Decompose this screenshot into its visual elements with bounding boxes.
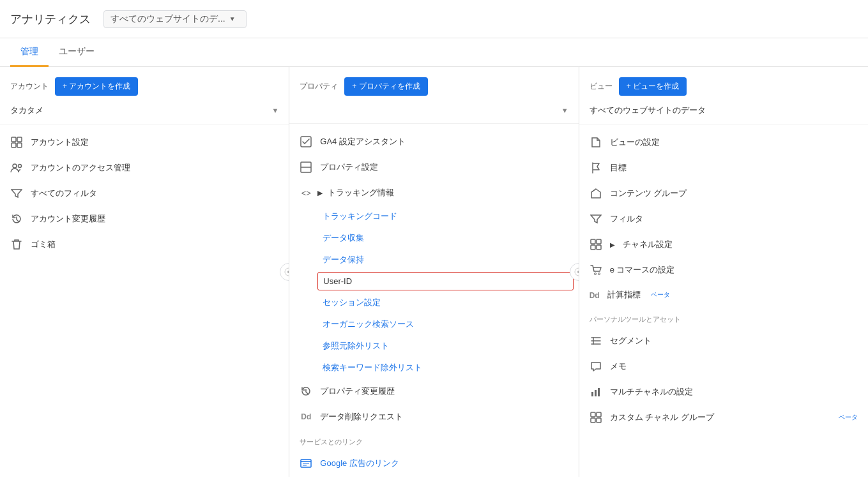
google-ads-icon bbox=[300, 457, 312, 470]
svg-rect-2 bbox=[11, 143, 16, 147]
account-selector-label: すべてのウェブサイトのデ... bbox=[110, 13, 225, 25]
all-filters-item[interactable]: すべてのフィルタ bbox=[0, 181, 289, 206]
account-access-label: アカウントのアクセス管理 bbox=[31, 162, 278, 174]
property-settings-item[interactable]: プロパティ設定 bbox=[289, 154, 578, 180]
property-settings-label: プロパティ設定 bbox=[320, 161, 568, 173]
view-settings-label: ビューの設定 bbox=[610, 137, 858, 148]
tracking-info-item[interactable]: <> ▶ トラッキング情報 bbox=[289, 180, 578, 206]
data-delete-item[interactable]: Dd データ削除リクエスト bbox=[289, 404, 578, 430]
svg-rect-20 bbox=[591, 245, 595, 250]
create-view-button[interactable]: + ビューを作成 bbox=[619, 77, 687, 96]
channel-settings-icon bbox=[590, 238, 602, 251]
property-header-label: プロパティ bbox=[300, 81, 338, 92]
svg-point-5 bbox=[19, 165, 22, 168]
custom-channel-item[interactable]: カスタム チャネル グループ ベータ bbox=[579, 405, 868, 430]
content-groups-icon bbox=[590, 187, 602, 200]
service-section-label: サービスとのリンク bbox=[289, 430, 578, 451]
calc-metric-label: 計算指標 bbox=[607, 289, 641, 301]
svg-rect-32 bbox=[597, 412, 601, 417]
data-retention-item[interactable]: データ保持 bbox=[289, 249, 578, 271]
property-selector-row[interactable]: ▼ bbox=[289, 101, 578, 124]
content-groups-item[interactable]: コンテンツ グループ bbox=[579, 181, 868, 206]
tracking-code-item[interactable]: トラッキングコード bbox=[289, 206, 578, 227]
tab-user[interactable]: ユーザー bbox=[49, 38, 105, 67]
view-filters-label: フィルタ bbox=[610, 213, 858, 225]
keyword-exclude-item[interactable]: 検索キーワード除外リスト bbox=[289, 357, 578, 379]
account-column: アカウント + アカウントを作成 タカタメ ▼ アカウント設定 bbox=[0, 67, 289, 477]
channel-settings-label: チャネル設定 bbox=[623, 239, 858, 250]
account-selector[interactable]: すべてのウェブサイトのデ... ▼ bbox=[103, 10, 247, 28]
channel-settings-item[interactable]: ▶ チャネル設定 bbox=[579, 232, 868, 257]
ga4-setup-item[interactable]: GA4 設定アシスタント bbox=[289, 129, 578, 154]
memo-label: メモ bbox=[610, 361, 858, 372]
google-ads-link-item[interactable]: Google 広告のリンク bbox=[289, 451, 578, 476]
trash-icon bbox=[10, 238, 23, 251]
property-history-label: プロパティ変更履歴 bbox=[320, 386, 568, 397]
organic-search-item[interactable]: オーガニック検索ソース bbox=[289, 313, 578, 335]
svg-rect-28 bbox=[591, 392, 593, 396]
svg-point-22 bbox=[594, 273, 596, 275]
view-name: すべてのウェブサイトのデータ bbox=[590, 105, 858, 116]
svg-rect-1 bbox=[17, 137, 22, 142]
account-col-connector bbox=[280, 263, 289, 281]
view-settings-item[interactable]: ビューの設定 bbox=[579, 130, 868, 155]
svg-point-4 bbox=[13, 164, 17, 168]
google-ads-link-label: Google 広告のリンク bbox=[320, 458, 399, 469]
ecommerce-item[interactable]: e コマースの設定 bbox=[579, 257, 868, 283]
svg-rect-21 bbox=[597, 245, 601, 250]
view-settings-icon bbox=[590, 136, 602, 149]
trash-item[interactable]: ゴミ箱 bbox=[0, 232, 289, 257]
calc-metric-beta: ベータ bbox=[651, 290, 670, 299]
goals-item[interactable]: 目標 bbox=[579, 155, 868, 181]
account-dropdown-arrow: ▼ bbox=[229, 15, 236, 22]
calc-metric-icon: Dd bbox=[590, 290, 600, 300]
property-col-header: プロパティ + プロパティを作成 bbox=[289, 77, 578, 101]
property-row-arrow: ▼ bbox=[561, 107, 568, 114]
multichannel-icon bbox=[590, 386, 602, 398]
personal-section-label: パーソナルツールとアセット bbox=[579, 307, 868, 328]
view-column: ビュー + ビューを作成 すべてのウェブサイトのデータ ビューの設定 bbox=[579, 67, 868, 477]
tab-kanri[interactable]: 管理 bbox=[10, 38, 49, 67]
dd-icon: Dd bbox=[300, 410, 312, 423]
filter-icon bbox=[10, 187, 23, 200]
memo-item[interactable]: メモ bbox=[579, 354, 868, 379]
user-id-label: User-ID bbox=[323, 276, 352, 286]
account-settings-item[interactable]: アカウント設定 bbox=[0, 130, 289, 155]
account-access-item[interactable]: アカウントのアクセス管理 bbox=[0, 155, 289, 181]
custom-channel-icon bbox=[590, 411, 602, 424]
create-account-button[interactable]: + アカウントを作成 bbox=[55, 77, 138, 96]
svg-rect-34 bbox=[597, 418, 601, 423]
svg-rect-30 bbox=[598, 388, 600, 396]
ga4-icon bbox=[300, 135, 312, 148]
tracking-code-label: トラッキングコード bbox=[323, 211, 397, 222]
account-settings-label: アカウント設定 bbox=[31, 137, 278, 148]
ecommerce-icon bbox=[590, 264, 602, 276]
tracking-info-label: トラッキング情報 bbox=[328, 187, 394, 199]
main-content: アカウント + アカウントを作成 タカタメ ▼ アカウント設定 bbox=[0, 67, 868, 477]
user-id-item[interactable]: User-ID bbox=[317, 272, 573, 290]
people-icon bbox=[10, 161, 23, 174]
property-history-item[interactable]: プロパティ変更履歴 bbox=[289, 379, 578, 404]
data-collect-item[interactable]: データ収集 bbox=[289, 227, 578, 249]
svg-rect-31 bbox=[591, 412, 595, 417]
create-property-button[interactable]: + プロパティを作成 bbox=[344, 77, 427, 96]
view-filters-item[interactable]: フィルタ bbox=[579, 206, 868, 232]
goals-label: 目標 bbox=[610, 162, 858, 174]
view-filter-icon bbox=[590, 213, 602, 225]
keyword-exclude-label: 検索キーワード除外リスト bbox=[323, 362, 422, 373]
trash-label: ゴミ箱 bbox=[31, 239, 278, 250]
session-settings-item[interactable]: セッション設定 bbox=[289, 292, 578, 313]
memo-icon bbox=[590, 360, 602, 373]
account-selector-row[interactable]: タカタメ ▼ bbox=[0, 101, 289, 124]
multichannel-label: マルチチャネルの設定 bbox=[610, 386, 858, 398]
calc-metric-item[interactable]: Dd 計算指標 ベータ bbox=[579, 283, 868, 307]
segments-item[interactable]: セグメント bbox=[579, 328, 868, 354]
view-selector-row[interactable]: すべてのウェブサイトのデータ bbox=[579, 101, 868, 124]
code-icon: <> bbox=[300, 186, 312, 199]
channel-expand-arrow: ▶ bbox=[610, 241, 615, 248]
multichannel-item[interactable]: マルチチャネルの設定 bbox=[579, 379, 868, 405]
referral-exclude-item[interactable]: 参照元除外リスト bbox=[289, 335, 578, 357]
property-settings-icon bbox=[300, 161, 312, 174]
account-history-item[interactable]: アカウント変更履歴 bbox=[0, 206, 289, 232]
content-groups-label: コンテンツ グループ bbox=[610, 188, 858, 199]
